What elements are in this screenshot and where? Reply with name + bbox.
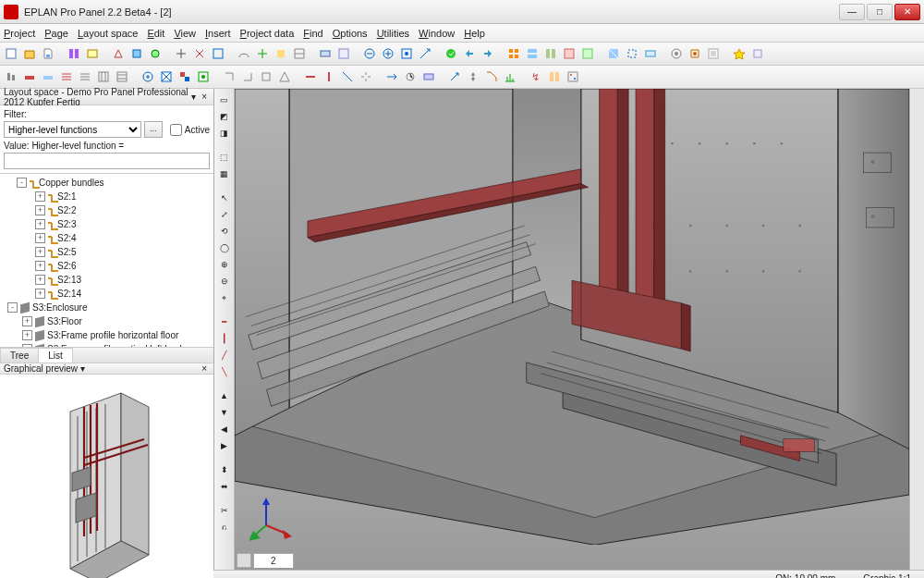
expand-icon[interactable]: + <box>35 205 45 215</box>
view-tool-button[interactable]: ◨ <box>217 126 232 141</box>
pin-icon[interactable]: ▾ <box>188 92 199 102</box>
expand-icon[interactable]: - <box>7 302 18 313</box>
toolbar-button[interactable] <box>420 68 437 85</box>
view-tool-button[interactable]: ◀ <box>217 422 232 437</box>
toolbar-button[interactable] <box>21 68 38 85</box>
toolbar-button[interactable] <box>77 68 93 85</box>
toolbar-button[interactable] <box>446 68 463 85</box>
toolbar-button[interactable] <box>236 45 252 62</box>
toolbar-button[interactable] <box>505 45 522 62</box>
toolbar-button[interactable] <box>302 68 319 85</box>
toolbar-button[interactable] <box>114 68 130 85</box>
toolbar-button[interactable] <box>58 68 75 85</box>
close-panel-icon[interactable]: × <box>199 363 210 374</box>
menu-options[interactable]: Options <box>333 28 368 39</box>
toolbar-button[interactable] <box>258 68 274 85</box>
toolbar-button[interactable] <box>40 68 56 85</box>
tree-node[interactable]: + S2:4 <box>0 231 213 245</box>
view-tool-button[interactable]: ⟲ <box>217 224 232 239</box>
view-tool-button[interactable]: ⌖ <box>217 290 232 305</box>
view-tool-button[interactable]: ⬚ <box>217 150 232 165</box>
tree-node[interactable]: + S2:6 <box>0 259 213 273</box>
expand-icon[interactable]: + <box>35 261 45 271</box>
view-tool-button[interactable]: ▶ <box>217 438 232 453</box>
toolbar-button[interactable] <box>95 68 112 85</box>
toolbar-button[interactable] <box>195 68 212 85</box>
toolbar-button[interactable] <box>361 45 378 62</box>
maximize-button[interactable]: □ <box>867 4 893 20</box>
view-tool-button[interactable]: ◯ <box>217 240 232 255</box>
toolbar-button[interactable] <box>417 45 433 62</box>
doc-tab-2[interactable]: 2 <box>253 553 294 568</box>
minimize-button[interactable]: — <box>839 4 865 20</box>
toolbar-button[interactable] <box>402 68 419 85</box>
view-tool-button[interactable]: ━ <box>217 314 232 329</box>
view-tool-button[interactable]: ╱ <box>217 348 232 363</box>
menu-layout-space[interactable]: Layout space <box>78 28 138 39</box>
view-tool-button[interactable]: ↖ <box>217 191 232 205</box>
toolbar-button[interactable] <box>465 68 481 85</box>
toolbar-button[interactable] <box>3 45 19 62</box>
menu-edit[interactable]: Edit <box>147 28 164 39</box>
tree-node[interactable]: + S2:3 <box>0 217 213 231</box>
pin-icon[interactable]: ▾ <box>78 363 88 374</box>
tree-node[interactable]: + S2:13 <box>0 273 213 287</box>
toolbar-button[interactable] <box>624 45 640 62</box>
toolbar-button[interactable] <box>561 45 578 62</box>
doc-icon[interactable] <box>237 553 251 568</box>
view-tool-button[interactable]: ✂ <box>217 503 232 518</box>
toolbar-button[interactable] <box>483 68 500 85</box>
expand-icon[interactable]: + <box>35 219 45 229</box>
toolbar-button[interactable] <box>461 45 478 62</box>
value-input[interactable] <box>4 153 210 169</box>
menu-page[interactable]: Page <box>44 28 68 39</box>
toolbar-button[interactable] <box>140 68 156 85</box>
tree-node[interactable]: + S2:14 <box>0 287 213 301</box>
expand-icon[interactable]: + <box>22 316 32 326</box>
toolbar-button[interactable] <box>158 68 175 85</box>
toolbar-button[interactable]: ↯ <box>528 68 544 85</box>
toolbar-button[interactable] <box>176 68 193 85</box>
toolbar-button[interactable] <box>687 45 703 62</box>
view-tool-button[interactable]: ▼ <box>217 405 232 420</box>
filter-browse-button[interactable]: ... <box>144 121 163 138</box>
tree-node[interactable]: +S3:Frame profile horizontal floor <box>0 328 213 342</box>
toolbar-button[interactable] <box>273 45 289 62</box>
expand-icon[interactable]: - <box>17 178 27 188</box>
expand-icon[interactable]: + <box>35 191 45 202</box>
toolbar-button[interactable] <box>210 45 226 62</box>
menu-project[interactable]: Project <box>4 28 35 39</box>
toolbar-button[interactable] <box>380 45 396 62</box>
toolbar-button[interactable] <box>358 68 374 85</box>
tree-node[interactable]: + S2:1 <box>0 190 213 203</box>
tree-node[interactable]: + S2:5 <box>0 245 213 259</box>
vertical-scrollbar[interactable] <box>909 89 924 570</box>
close-button[interactable]: ✕ <box>894 4 920 20</box>
view-tool-button[interactable]: ▲ <box>217 388 232 403</box>
toolbar-button[interactable] <box>731 45 748 62</box>
view-tool-button[interactable]: ⎌ <box>217 520 232 535</box>
menu-window[interactable]: Window <box>419 28 455 39</box>
expand-icon[interactable]: + <box>35 275 45 285</box>
toolbar-button[interactable] <box>565 68 581 85</box>
toolbar-button[interactable] <box>642 45 659 62</box>
toolbar-button[interactable] <box>291 45 308 62</box>
tree-node[interactable]: -S3:Enclosure <box>0 301 213 314</box>
toolbar-button[interactable] <box>398 45 415 62</box>
view-tool-button[interactable]: ╲ <box>217 364 232 379</box>
tree-node[interactable]: +S3:Floor <box>0 314 213 328</box>
expand-icon[interactable]: + <box>35 233 45 243</box>
view-tool-button[interactable]: ⊕ <box>217 257 232 272</box>
toolbar-button[interactable] <box>335 45 352 62</box>
toolbar-button[interactable] <box>321 68 337 85</box>
tree-view[interactable]: - Copper bundles+ S2:1+ S2:2+ S2:3+ S2:4… <box>0 174 213 348</box>
tab-list[interactable]: List <box>38 348 73 363</box>
toolbar-button[interactable] <box>3 68 19 85</box>
toolbar-button[interactable] <box>221 68 237 85</box>
menu-view[interactable]: View <box>174 28 196 39</box>
toolbar-button[interactable] <box>542 45 559 62</box>
menu-help[interactable]: Help <box>464 28 485 39</box>
view-tool-button[interactable]: ⬍ <box>217 462 232 477</box>
toolbar-button[interactable] <box>147 45 164 62</box>
3d-viewport[interactable]: ▭◩◨⬚▦↖⤢⟲◯⊕⊖⌖━┃╱╲▲▼◀▶⬍⬌✂⎌ <box>214 89 924 570</box>
